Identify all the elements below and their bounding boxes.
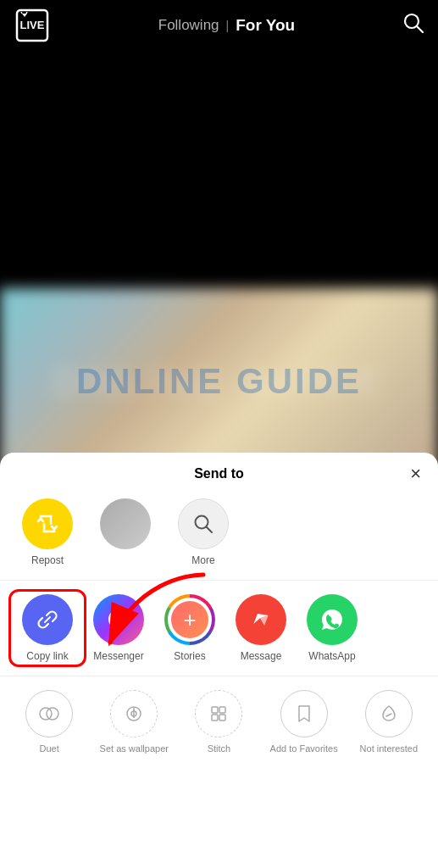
- repost-label: Repost: [31, 554, 64, 566]
- share-item-copylink[interactable]: Copy link: [14, 594, 81, 662]
- message-icon: [236, 594, 286, 645]
- copylink-icon: [22, 594, 73, 645]
- share-item-messenger[interactable]: Messenger: [85, 594, 152, 662]
- sheet-title: Send to: [194, 466, 244, 481]
- message-label: Message: [241, 650, 282, 662]
- favorites-icon: [280, 690, 328, 737]
- share-row-1: Repost More: [0, 492, 438, 581]
- nav-tabs: Following | For You: [158, 16, 295, 35]
- search-icon[interactable]: [402, 12, 424, 39]
- share-row-2: Copy link Messenger + Stories: [0, 581, 438, 676]
- action-notinterested[interactable]: Not interested: [351, 690, 427, 754]
- wallpaper-icon: [110, 690, 158, 737]
- share-item-stories[interactable]: + Stories: [156, 594, 224, 662]
- whatsapp-icon: [307, 594, 358, 645]
- action-wallpaper[interactable]: Set as wallpaper: [96, 690, 172, 754]
- svg-rect-16: [212, 715, 218, 721]
- notinterested-icon: [365, 690, 413, 737]
- wallpaper-label: Set as wallpaper: [100, 743, 169, 754]
- watermark-overlay: DNLINE GUIDE: [0, 288, 438, 475]
- stories-icon-outer: +: [164, 594, 215, 645]
- share-sheet: Send to × Repost: [0, 453, 438, 868]
- svg-rect-14: [212, 707, 218, 713]
- action-stitch[interactable]: Stitch: [180, 690, 257, 754]
- svg-rect-15: [219, 707, 225, 713]
- duet-label: Duet: [39, 743, 58, 754]
- nav-divider: |: [226, 19, 230, 32]
- live-badge[interactable]: LIVE: [14, 7, 51, 44]
- favorites-label: Add to Favorites: [270, 743, 338, 754]
- copylink-label: Copy link: [26, 650, 68, 662]
- tab-following[interactable]: Following: [158, 17, 219, 34]
- whatsapp-label: WhatsApp: [308, 650, 355, 662]
- share-item-whatsapp[interactable]: WhatsApp: [298, 594, 366, 662]
- messenger-icon: [93, 594, 144, 645]
- contact-icon: [100, 498, 151, 549]
- bottom-actions: Duet Set as wallpaper: [0, 676, 438, 761]
- svg-line-18: [386, 714, 391, 716]
- share-item-contact[interactable]: [91, 498, 159, 554]
- top-nav: LIVE Following | For You: [0, 0, 438, 51]
- svg-point-8: [40, 708, 52, 720]
- svg-rect-17: [219, 715, 225, 721]
- share-item-repost[interactable]: Repost: [14, 498, 81, 566]
- repost-icon: [22, 498, 73, 549]
- share-item-message[interactable]: Message: [227, 594, 295, 662]
- action-favorites[interactable]: Add to Favorites: [266, 690, 342, 754]
- watermark-text: DNLINE GUIDE: [76, 361, 362, 402]
- stories-label: Stories: [174, 650, 205, 662]
- svg-line-5: [207, 527, 213, 533]
- svg-line-3: [417, 26, 423, 32]
- share-item-more[interactable]: More: [169, 498, 237, 566]
- more-icon: [178, 498, 229, 549]
- tab-foryou[interactable]: For You: [236, 16, 295, 35]
- action-duet[interactable]: Duet: [11, 690, 87, 754]
- svg-point-9: [47, 708, 58, 720]
- sheet-header: Send to ×: [0, 453, 438, 492]
- close-button[interactable]: ×: [410, 465, 421, 483]
- stitch-label: Stitch: [208, 743, 231, 754]
- messenger-label: Messenger: [93, 650, 143, 662]
- duet-icon: [25, 690, 73, 737]
- svg-text:LIVE: LIVE: [20, 19, 45, 31]
- stitch-icon: [195, 690, 242, 737]
- notinterested-label: Not interested: [360, 743, 418, 754]
- more-label: More: [191, 554, 214, 566]
